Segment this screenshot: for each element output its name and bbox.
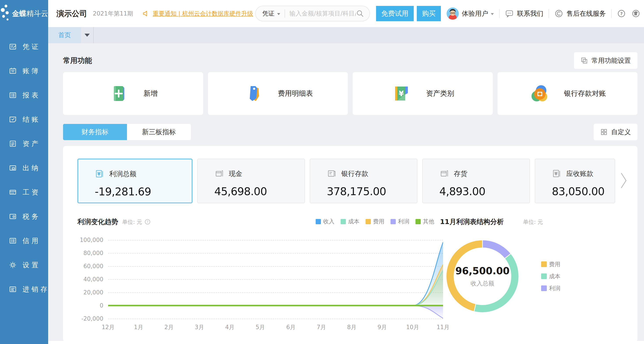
quick-functions-settings-button[interactable]: 常用功能设置 (574, 52, 638, 69)
payroll-icon (9, 188, 17, 196)
main-area: 首页 常用功能 常用功能设置 (48, 27, 644, 344)
indicators-panel: ¥ 利润总额 -19,281.69 现金 (63, 146, 638, 342)
free-trial-button[interactable]: 免费试用 (376, 6, 414, 21)
metric-value: 4,893.00 (439, 185, 530, 198)
gear-icon (9, 261, 17, 269)
sidebar-label: 出纳 (22, 164, 40, 173)
legend-swatch (541, 261, 547, 267)
after-sales-service[interactable]: 售后在线服务 (554, 9, 606, 18)
donut-title: 11月利润表结构分析 (440, 217, 504, 226)
metric-card-cash[interactable]: 现金 45,698.00 (197, 159, 305, 203)
metric-label: 应收账款 (566, 169, 594, 178)
global-search[interactable]: 凭证 输入金额/核算项目/科目/摘要 (255, 6, 370, 21)
x-tick: 2月 (164, 324, 174, 331)
legend-label: 费用 (373, 218, 384, 225)
sidebar-label: 报表 (22, 91, 40, 100)
cashier-icon (9, 164, 17, 172)
ledger-icon (9, 67, 17, 75)
tax-icon (9, 212, 17, 220)
customize-label: 自定义 (611, 128, 631, 137)
tab-financial-indicators[interactable]: 财务指标 (63, 124, 127, 140)
svg-text:?: ? (147, 220, 148, 224)
tab-neeq-indicators[interactable]: 新三板指标 (127, 124, 191, 140)
legend-cost[interactable]: 成本 (541, 273, 560, 280)
search-icon[interactable] (356, 9, 364, 18)
username[interactable]: 体验用户 (462, 9, 488, 18)
sidebar-label: 进销存 (22, 285, 50, 294)
quick-cards-row: 新增 费用明细表 ¥ (63, 72, 638, 115)
legend-expense[interactable]: 费用 (541, 261, 560, 268)
quick-card-bank-reconciliation[interactable]: 银行存款对账 (498, 72, 638, 115)
user-menu-caret-icon[interactable] (491, 13, 494, 15)
contact-us[interactable]: 联系我们 (505, 9, 543, 18)
metric-card-receivables[interactable]: ¥ 应收账款 83,050.00 (535, 159, 615, 203)
help-circle-icon[interactable]: ? (144, 218, 151, 225)
sidebar-item-report[interactable]: 报表 (0, 83, 48, 107)
tab-home[interactable]: 首页 (48, 27, 81, 43)
sidebar-item-settings[interactable]: 设置 (0, 253, 48, 277)
quick-card-expense-detail[interactable]: 费用明细表 (208, 72, 348, 115)
legend-profit[interactable]: 利润 (541, 285, 560, 292)
quick-card-asset-category[interactable]: ¥ 资产类别 (353, 72, 493, 115)
y-tick: 0 (78, 302, 103, 309)
legend-swatch (416, 219, 421, 224)
svg-text:¥: ¥ (97, 171, 101, 176)
y-tick: 60,000 (78, 263, 103, 269)
bottom-scroll-strip[interactable] (48, 341, 644, 344)
sidebar-item-asset[interactable]: 资产 (0, 132, 48, 156)
buy-button[interactable]: 购买 (417, 6, 441, 21)
sidebar-item-payroll[interactable]: 工资 (0, 180, 48, 204)
y-tick: 40,000 (78, 276, 103, 283)
metric-card-bank-deposit[interactable]: 银行存款 378,175.00 (310, 159, 418, 203)
sidebar-item-credit[interactable]: 信用 (0, 229, 48, 253)
x-tick: 6月 (286, 324, 296, 331)
scroll-right-chevron[interactable] (620, 172, 627, 189)
legend-income[interactable]: 收入 (316, 218, 334, 225)
sidebar-item-ledger[interactable]: 账簿 (0, 59, 48, 83)
legend-label: 收入 (323, 218, 334, 225)
search-category-select[interactable]: 凭证 (262, 9, 274, 18)
theme-skin-icon[interactable] (631, 9, 640, 18)
butterfly-dots-icon (0, 3, 10, 24)
donut-center-value: 96,500.00 (455, 265, 510, 276)
brand-name-bold: 金蝶 (12, 9, 26, 18)
y-tick: 80,000 (78, 250, 103, 256)
add-new-icon (108, 83, 130, 104)
legend-other[interactable]: 其他 (416, 218, 434, 225)
quick-card-new-voucher[interactable]: 新增 (63, 72, 203, 115)
sidebar-item-inventory[interactable]: 进销存 (0, 277, 48, 301)
metric-card-total-profit[interactable]: ¥ 利润总额 -19,281.69 (78, 159, 192, 203)
sidebar-item-voucher[interactable]: 凭证 (0, 34, 48, 59)
sidebar-label: 信用 (22, 236, 40, 245)
header-divider (499, 9, 500, 18)
x-tick: 8月 (347, 324, 356, 331)
tab-dropdown-button[interactable] (81, 27, 93, 43)
legend-profit[interactable]: 利润 (390, 218, 409, 225)
y-tick: 20,000 (78, 289, 103, 296)
trend-series-svg (108, 240, 443, 321)
sidebar-label: 工资 (22, 188, 40, 197)
x-tick: 4月 (225, 324, 235, 331)
legend-swatch (316, 219, 321, 224)
legend-label: 利润 (398, 218, 409, 225)
customize-button[interactable]: 自定义 (594, 124, 638, 140)
sidebar-item-tax[interactable]: 税务 (0, 204, 48, 229)
y-tick: -20,000 (78, 315, 103, 322)
brand-logo[interactable]: 金蝶精斗云 (0, 0, 48, 27)
metric-card-stock[interactable]: 存货 4,893.00 (422, 159, 530, 203)
help-icon[interactable]: ? (617, 9, 626, 18)
svg-text:¥: ¥ (398, 89, 404, 98)
legend-expense[interactable]: 费用 (366, 218, 384, 225)
quick-card-label: 费用明细表 (278, 89, 313, 98)
legend-swatch (541, 285, 547, 291)
avatar[interactable] (446, 7, 459, 20)
sidebar-label: 凭证 (22, 42, 40, 51)
search-input[interactable]: 输入金额/核算项目/科目/摘要 (290, 9, 356, 18)
legend-label: 其他 (423, 218, 434, 225)
sidebar-item-cashier[interactable]: 出纳 (0, 156, 48, 180)
cash-box-icon (214, 169, 224, 179)
notice-link[interactable]: 重要通知 | 杭州云会计数据库硬件升级 (153, 10, 253, 17)
sidebar-item-closing[interactable]: 结账 (0, 107, 48, 132)
company-name[interactable]: 演示公司 (56, 8, 87, 19)
legend-cost[interactable]: 成本 (340, 218, 360, 225)
